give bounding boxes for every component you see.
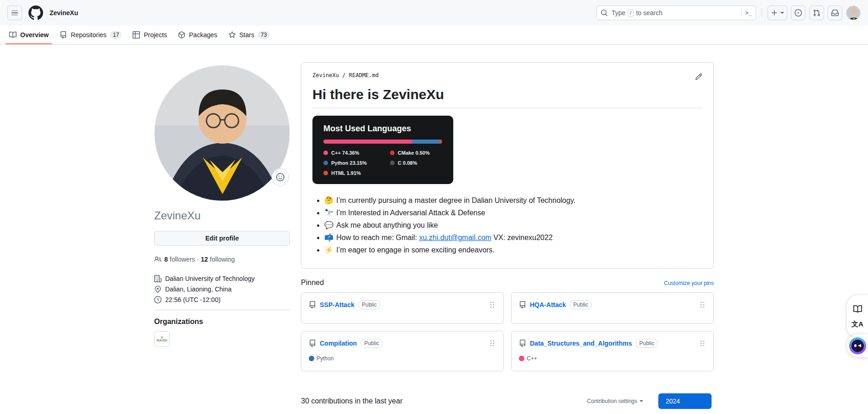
legend-item-cmake: CMake 0.50% xyxy=(390,150,442,156)
profile-organization-row: Dalian University of Technology xyxy=(154,275,290,282)
package-icon xyxy=(178,31,185,39)
github-logo-icon[interactable] xyxy=(28,6,43,20)
language-color-dot xyxy=(519,356,524,361)
repo-link-hqa-attack[interactable]: HQA-Attack xyxy=(530,301,566,308)
repo-link-data-structures[interactable]: Data_Structures_and_Algorithms xyxy=(530,340,632,347)
readme-bullet: 🤔I’m currently pursuing a master degree … xyxy=(324,195,702,206)
profile-avatar[interactable] xyxy=(154,65,290,201)
contributions-heading: 30 contributions in the last year xyxy=(301,397,402,405)
localtime-value: 22:56 (UTC -12:00) xyxy=(165,296,221,303)
languages-card-title: Most Used Languages xyxy=(323,124,442,134)
git-pull-request-icon xyxy=(813,9,820,17)
tab-label: Packages xyxy=(189,31,217,39)
repositories-count-badge: 17 xyxy=(110,31,122,39)
thinking-face-emoji: 🤔 xyxy=(324,196,334,204)
sidebar-divider xyxy=(154,310,290,310)
repo-icon xyxy=(519,301,526,308)
gmail-link[interactable]: xu.zhi.dut@gmail.com xyxy=(419,234,491,241)
hamburger-menu-button[interactable] xyxy=(7,6,22,20)
command-palette-icon[interactable]: >_ xyxy=(741,10,752,16)
contribution-years-rail: 2024 2023 xyxy=(658,393,712,414)
readme-bullet: 💬Ask me about anything you like xyxy=(324,220,702,230)
visibility-badge: Public xyxy=(570,300,592,309)
language-color-dot xyxy=(309,356,314,361)
grip-icon[interactable] xyxy=(699,301,706,308)
set-status-button[interactable] xyxy=(272,168,289,186)
followers-count: 8 xyxy=(164,256,168,263)
grip-icon[interactable] xyxy=(699,340,706,347)
tab-repositories[interactable]: Repositories 17 xyxy=(54,26,127,44)
organization-avatar-naosi[interactable]: ❀ NAOSI xyxy=(154,331,170,347)
year-button-2024[interactable]: 2024 xyxy=(658,393,712,409)
global-search-input[interactable]: Type / to search >_ xyxy=(596,6,756,20)
customize-pins-link[interactable]: Customize your pins xyxy=(664,280,714,286)
clock-icon xyxy=(154,296,161,303)
tab-label: Overview xyxy=(20,31,49,39)
translate-icon[interactable]: 文A xyxy=(851,320,863,328)
page-context-title[interactable]: ZevineXu xyxy=(50,9,78,17)
repo-link-ssp-attack[interactable]: SSP-Attack xyxy=(320,301,354,308)
readme-bullet: 🔭I’m Interested in Adversarial Attack & … xyxy=(324,207,702,218)
profile-localtime-row: 22:56 (UTC -12:00) xyxy=(154,296,290,303)
pull-requests-button[interactable] xyxy=(809,6,824,20)
star-icon xyxy=(228,31,236,39)
visibility-badge: Public xyxy=(361,339,383,348)
edit-profile-button[interactable]: Edit profile xyxy=(154,231,290,246)
pinned-repo-card: Data_Structures_and_Algorithms Public C+… xyxy=(511,331,714,371)
grip-icon[interactable] xyxy=(489,301,496,308)
telescope-emoji: 🔭 xyxy=(324,209,334,217)
legend-item-cpp: C++ 74.36% xyxy=(323,150,390,156)
stars-count-badge: 73 xyxy=(258,31,269,39)
create-new-button[interactable] xyxy=(768,6,787,20)
ai-assistant-button[interactable] xyxy=(849,337,866,354)
edit-readme-button[interactable] xyxy=(693,71,704,82)
header-divider xyxy=(762,8,762,17)
readme-bullet: 📫How to reach me: Gmail: xu.zhi.dut@gmai… xyxy=(324,232,702,243)
reading-mode-icon[interactable] xyxy=(853,305,862,313)
breadcrumb-file[interactable]: README.md xyxy=(349,72,378,78)
location-icon xyxy=(154,285,161,293)
followers-following[interactable]: 8 followers · 12 following xyxy=(154,256,290,263)
speech-balloon-emoji: 💬 xyxy=(324,221,334,229)
profile-main-column: ZevineXu / README.md Hi there is ZevineX… xyxy=(301,45,714,414)
grip-icon[interactable] xyxy=(489,340,496,347)
organization-value: Dalian University of Technology xyxy=(165,275,255,282)
repo-icon xyxy=(309,340,316,347)
book-icon xyxy=(9,31,17,39)
repo-icon xyxy=(309,301,316,308)
tab-overview[interactable]: Overview xyxy=(4,26,54,44)
repo-icon xyxy=(519,340,526,347)
pinned-grid: SSP-Attack Public HQA-Attack Public Comp… xyxy=(301,292,714,371)
pinned-repo-card: HQA-Attack Public xyxy=(511,292,714,324)
tab-projects[interactable]: Projects xyxy=(127,26,172,44)
profile-username: ZevineXu xyxy=(154,209,290,223)
readme-title: Hi there is ZevineXu xyxy=(312,86,702,108)
legend-item-c: C 0.08% xyxy=(390,160,442,166)
languages-progress-bar xyxy=(323,140,442,144)
plus-icon xyxy=(771,9,778,17)
profile-location-row: Dalian, Liaoning, China xyxy=(154,285,290,293)
visibility-badge: Public xyxy=(636,339,658,348)
user-avatar[interactable] xyxy=(846,6,861,20)
inbox-button[interactable] xyxy=(828,6,842,20)
smiley-icon xyxy=(276,173,284,181)
table-icon xyxy=(133,31,140,39)
languages-legend: C++ 74.36% CMake 0.50% Python 23.15% C 0… xyxy=(323,150,442,176)
tab-label: Projects xyxy=(144,31,167,39)
contribution-settings-dropdown[interactable]: Contribution settings xyxy=(587,398,643,404)
repo-language: Python xyxy=(309,355,496,362)
issues-button[interactable] xyxy=(791,6,806,20)
tab-label: Stars xyxy=(239,31,255,39)
legend-item-html: HTML 1.91% xyxy=(323,170,390,176)
repo-link-compilation[interactable]: Compilation xyxy=(320,340,357,347)
organizations-title: Organizations xyxy=(154,318,290,326)
pinned-repo-card: SSP-Attack Public xyxy=(301,292,504,324)
repo-language: C++ xyxy=(519,355,706,362)
breadcrumb-user[interactable]: ZevineXu xyxy=(312,72,339,78)
mailbox-emoji: 📫 xyxy=(324,234,334,241)
tab-stars[interactable]: Stars 73 xyxy=(223,26,275,44)
tab-label: Repositories xyxy=(71,31,106,39)
slash-key-hint: / xyxy=(628,9,634,17)
most-used-languages-card: Most Used Languages C++ 74.36% CMake 0.5… xyxy=(312,116,453,184)
tab-packages[interactable]: Packages xyxy=(172,26,223,44)
